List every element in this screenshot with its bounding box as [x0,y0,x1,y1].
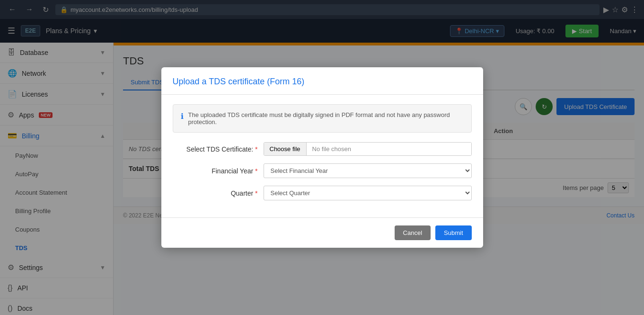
modal-overlay: Upload a TDS certificate (Form 16) ℹ The… [0,0,644,315]
info-text: The uploaded TDS certificate must be dig… [188,111,464,126]
modal-footer: Cancel Submit [161,217,483,248]
upload-tds-modal: Upload a TDS certificate (Form 16) ℹ The… [161,67,483,248]
file-input-wrapper: Choose file No file chosen [264,142,472,156]
financial-year-row: Financial Year * Select Financial Year 2… [173,163,472,178]
file-name-display: No file chosen [307,143,471,155]
tds-cert-required: * [255,145,257,153]
quarter-select[interactable]: Select Quarter Q1 (April - June) Q2 (Jul… [264,186,472,200]
info-icon: ℹ [181,112,184,121]
quarter-row: Quarter * Select Quarter Q1 (April - Jun… [173,186,472,200]
financial-year-select[interactable]: Select Financial Year 2022-23 2021-22 20… [264,163,472,178]
quarter-label: Quarter * [173,189,258,197]
submit-button[interactable]: Submit [435,225,471,240]
modal-title: Upload a TDS certificate (Form 16) [173,77,472,87]
financial-year-label: Financial Year * [173,167,258,175]
quarter-required: * [255,189,257,197]
modal-header: Upload a TDS certificate (Form 16) [161,67,483,95]
tds-cert-label: Select TDS Certificate: * [173,145,258,153]
modal-body: ℹ The uploaded TDS certificate must be d… [161,95,483,217]
financial-year-required: * [255,167,257,175]
tds-cert-row: Select TDS Certificate: * Choose file No… [173,142,472,156]
cancel-button[interactable]: Cancel [395,225,431,240]
info-box: ℹ The uploaded TDS certificate must be d… [173,104,472,133]
choose-file-button[interactable]: Choose file [264,143,307,155]
